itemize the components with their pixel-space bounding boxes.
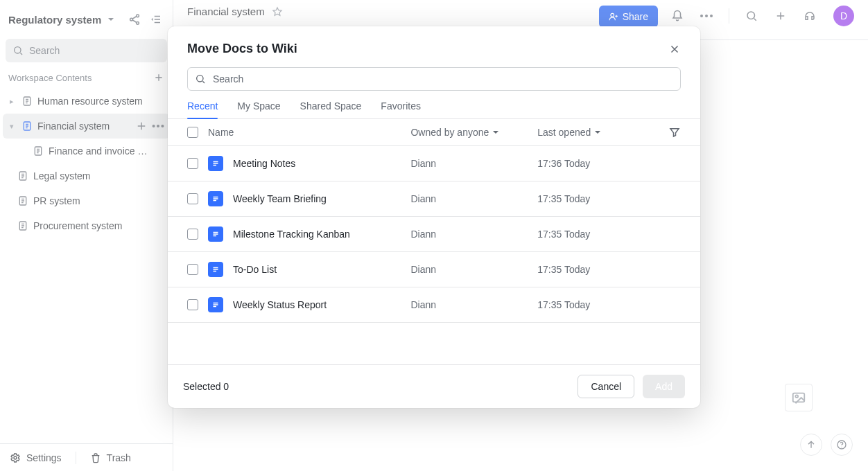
close-icon[interactable]	[668, 43, 681, 55]
tab-favorites[interactable]: Favorites	[381, 100, 421, 118]
row-checkbox[interactable]	[187, 229, 198, 240]
doc-time: 17:36 Today	[537, 158, 664, 169]
tab-recent[interactable]: Recent	[187, 100, 218, 118]
doc-time: 17:35 Today	[537, 264, 664, 275]
doc-badge-icon	[208, 191, 223, 206]
select-all-checkbox[interactable]	[187, 127, 198, 138]
modal-overlay: Move Docs to Wiki Recent My Space Shared…	[0, 0, 868, 471]
chevron-down-icon	[593, 128, 602, 136]
column-owner[interactable]: Owned by anyone	[410, 127, 537, 138]
table-row[interactable]: Weekly Status Report Diann 17:35 Today	[168, 287, 700, 323]
doc-owner: Diann	[410, 193, 537, 204]
filter-icon[interactable]	[664, 126, 681, 139]
tab-my-space[interactable]: My Space	[237, 100, 280, 118]
modal-search[interactable]	[187, 67, 681, 91]
column-name: Name	[208, 127, 410, 138]
cancel-button[interactable]: Cancel	[578, 375, 634, 398]
doc-owner: Diann	[410, 299, 537, 310]
doc-owner: Diann	[410, 158, 537, 169]
doc-owner: Diann	[410, 229, 537, 240]
doc-rows: Meeting Notes Diann 17:36 Today Weekly T…	[168, 145, 700, 323]
table-row[interactable]: Weekly Team Briefing Diann 17:35 Today	[168, 181, 700, 216]
modal-search-input[interactable]	[211, 73, 673, 85]
tab-shared-space[interactable]: Shared Space	[300, 100, 362, 118]
row-checkbox[interactable]	[187, 158, 198, 169]
doc-time: 17:35 Today	[537, 193, 664, 204]
doc-badge-icon	[208, 262, 223, 277]
chevron-down-icon	[492, 128, 500, 136]
add-button[interactable]: Add	[643, 375, 685, 398]
row-checkbox[interactable]	[187, 193, 198, 204]
table-row[interactable]: To-Do List Diann 17:35 Today	[168, 251, 700, 287]
doc-badge-icon	[208, 156, 223, 171]
modal-header: Move Docs to Wiki	[168, 26, 700, 67]
table-row[interactable]: Meeting Notes Diann 17:36 Today	[168, 145, 700, 181]
doc-name: Milestone Tracking Kanban	[233, 229, 350, 240]
move-docs-modal: Move Docs to Wiki Recent My Space Shared…	[168, 26, 700, 408]
doc-owner: Diann	[410, 264, 537, 275]
row-checkbox[interactable]	[187, 299, 198, 310]
doc-badge-icon	[208, 297, 223, 312]
modal-title: Move Docs to Wiki	[187, 42, 297, 56]
doc-name: Weekly Status Report	[233, 299, 327, 310]
search-icon	[195, 73, 206, 85]
doc-time: 17:35 Today	[537, 299, 664, 310]
selected-count: Selected 0	[183, 381, 229, 392]
svg-point-23	[197, 75, 203, 82]
row-checkbox[interactable]	[187, 264, 198, 275]
doc-name: To-Do List	[233, 264, 277, 275]
doc-name: Weekly Team Briefing	[233, 193, 327, 204]
modal-tabs: Recent My Space Shared Space Favorites	[168, 91, 700, 119]
column-time[interactable]: Last opened	[537, 127, 664, 138]
modal-footer: Selected 0 Cancel Add	[168, 364, 700, 408]
doc-badge-icon	[208, 226, 223, 242]
doc-name: Meeting Notes	[233, 158, 295, 169]
table-header: Name Owned by anyone Last opened	[168, 119, 700, 145]
doc-time: 17:35 Today	[537, 229, 664, 240]
table-row[interactable]: Milestone Tracking Kanban Diann 17:35 To…	[168, 216, 700, 251]
